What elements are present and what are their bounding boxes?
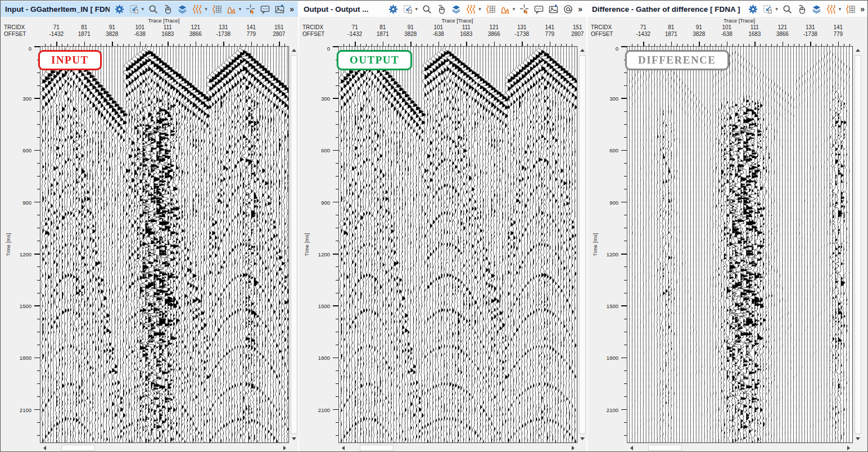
dropdown-caret-icon[interactable]: ▾ bbox=[142, 6, 144, 12]
vertical-scrollbar[interactable] bbox=[289, 46, 299, 443]
scroll-up-button[interactable] bbox=[853, 46, 862, 55]
trace-major-tick bbox=[643, 42, 644, 46]
amplitude-spectrum-icon[interactable] bbox=[226, 4, 237, 15]
layers-icon[interactable] bbox=[451, 4, 462, 15]
dropdown-caret-icon[interactable]: ▾ bbox=[513, 6, 516, 12]
horizontal-scrollbar[interactable] bbox=[338, 443, 577, 452]
offset-tick-value: 1871 bbox=[665, 31, 677, 37]
window-titlebar[interactable]: Output - Output ... ▾▾▾ » bbox=[299, 1, 586, 17]
zoom-tool-icon[interactable] bbox=[782, 4, 793, 15]
time-major-tick bbox=[621, 150, 627, 151]
trace-axis-title: Trace [Trace] bbox=[40, 17, 288, 24]
seismic-section-canvas[interactable] bbox=[40, 47, 288, 442]
scroll-left-button[interactable] bbox=[338, 444, 347, 452]
mouse-pointer-tool-icon[interactable] bbox=[436, 4, 447, 15]
time-major-tick bbox=[34, 202, 40, 203]
toolbar-overflow-chevron-icon[interactable]: » bbox=[288, 4, 295, 13]
wiggle-display-mode-icon[interactable] bbox=[192, 4, 202, 15]
dropdown-caret-icon[interactable]: ▾ bbox=[478, 6, 481, 12]
window-title: Difference - Gather of difference [ FDNA… bbox=[592, 5, 740, 13]
display-settings-gear-icon[interactable] bbox=[388, 4, 399, 15]
down-arrow-icon bbox=[580, 437, 585, 440]
dropdown-caret-icon[interactable]: ▾ bbox=[239, 6, 242, 12]
fit-mode-icon[interactable] bbox=[129, 4, 139, 15]
right-arrow-icon bbox=[847, 446, 850, 450]
scroll-up-button[interactable] bbox=[290, 46, 299, 55]
offset-tick-value: 779 bbox=[246, 31, 256, 37]
horizontal-scroll-thumb[interactable] bbox=[61, 445, 95, 451]
trace-header-table-icon[interactable] bbox=[485, 4, 496, 15]
wiggle-display-mode-icon[interactable] bbox=[465, 4, 476, 15]
trace-major-tick bbox=[466, 42, 467, 46]
toolbar-overflow-chevron-icon[interactable]: » bbox=[859, 4, 866, 13]
offset-tick-value: -1738 bbox=[514, 31, 529, 37]
output-overlay-badge: OUTPUT bbox=[337, 50, 412, 70]
annotation-icon[interactable] bbox=[534, 4, 544, 15]
window-titlebar[interactable]: Difference - Gather of difference [ FDNA… bbox=[587, 1, 868, 17]
time-axis: Time [ms] 03006009001200150018002100 bbox=[587, 46, 627, 443]
dropdown-caret-icon[interactable]: ▾ bbox=[839, 6, 842, 12]
vertical-scrollbar[interactable] bbox=[853, 46, 862, 443]
offset-tick-value: 2807 bbox=[571, 31, 584, 37]
horizontal-scroll-thumb[interactable] bbox=[648, 445, 682, 451]
window-titlebar[interactable]: Input - GGatherItem_IN [ FDN... ▾▾▾ » bbox=[1, 1, 298, 17]
vertical-scroll-thumb[interactable] bbox=[855, 55, 861, 434]
trace-header-table-icon[interactable] bbox=[211, 4, 222, 15]
dropdown-caret-icon[interactable]: ▾ bbox=[205, 6, 207, 12]
dropdown-caret-icon[interactable]: ▾ bbox=[415, 6, 418, 12]
picking-tool-icon[interactable] bbox=[245, 4, 256, 15]
time-tick-value: 1500 bbox=[20, 303, 31, 309]
vertical-scroll-thumb[interactable] bbox=[579, 55, 586, 434]
fit-mode-icon[interactable] bbox=[762, 4, 773, 15]
zoom-tool-icon[interactable] bbox=[148, 4, 159, 15]
scroll-right-button[interactable] bbox=[280, 444, 289, 452]
time-tick-value: 0 bbox=[616, 46, 618, 52]
horizontal-scrollbar[interactable] bbox=[627, 443, 853, 452]
seismic-section-canvas[interactable] bbox=[339, 47, 577, 442]
display-settings-gear-icon[interactable] bbox=[748, 4, 758, 15]
trace-major-tick bbox=[783, 42, 784, 46]
scroll-left-button[interactable] bbox=[627, 444, 636, 452]
time-tick-value: 600 bbox=[609, 147, 618, 153]
time-major-tick bbox=[333, 409, 338, 410]
amplitude-spectrum-icon[interactable] bbox=[500, 4, 510, 15]
offset-tick-value: 3866 bbox=[488, 31, 500, 37]
trace-header-table-icon[interactable] bbox=[845, 4, 856, 15]
trace-major-tick bbox=[140, 42, 141, 46]
vertical-scroll-thumb[interactable] bbox=[291, 55, 297, 434]
scroll-down-button[interactable] bbox=[853, 435, 862, 443]
mouse-pointer-tool-icon[interactable] bbox=[162, 4, 173, 15]
trace-major-tick bbox=[279, 42, 280, 46]
time-tick-value: 2100 bbox=[318, 406, 330, 413]
scroll-right-button[interactable] bbox=[844, 444, 853, 452]
offset-tick-value: -1432 bbox=[636, 31, 650, 37]
mouse-pointer-tool-icon[interactable] bbox=[797, 4, 807, 15]
zoom-tool-icon[interactable] bbox=[422, 4, 432, 15]
seismic-section-canvas[interactable] bbox=[627, 47, 852, 442]
horizontal-scroll-thumb[interactable] bbox=[360, 445, 394, 451]
display-settings-gear-icon[interactable] bbox=[114, 4, 125, 15]
magnify-area-icon[interactable] bbox=[563, 4, 573, 15]
scroll-right-button[interactable] bbox=[568, 444, 577, 452]
time-major-tick bbox=[621, 254, 627, 255]
trace-axis-header: Trace [Trace] TRCIDX71819110111112113114… bbox=[299, 17, 586, 46]
fit-mode-icon[interactable] bbox=[403, 4, 413, 15]
save-image-icon[interactable] bbox=[274, 4, 285, 15]
layers-icon[interactable] bbox=[811, 4, 822, 15]
time-major-tick bbox=[333, 202, 338, 203]
save-image-icon[interactable] bbox=[548, 4, 559, 15]
vertical-scrollbar[interactable] bbox=[577, 46, 587, 443]
time-major-tick bbox=[333, 150, 338, 151]
dropdown-caret-icon[interactable]: ▾ bbox=[775, 6, 778, 12]
annotation-icon[interactable] bbox=[260, 4, 270, 15]
scroll-left-button[interactable] bbox=[40, 444, 49, 452]
scroll-down-button[interactable] bbox=[290, 435, 299, 443]
scroll-up-button[interactable] bbox=[578, 46, 587, 55]
picking-tool-icon[interactable] bbox=[519, 4, 530, 15]
wiggle-display-mode-icon[interactable] bbox=[826, 4, 837, 15]
scroll-down-button[interactable] bbox=[578, 435, 587, 443]
toolbar-overflow-chevron-icon[interactable]: » bbox=[577, 4, 584, 13]
trcidx-tick-value: 71 bbox=[53, 24, 60, 30]
layers-icon[interactable] bbox=[177, 4, 188, 15]
horizontal-scrollbar[interactable] bbox=[40, 443, 289, 452]
